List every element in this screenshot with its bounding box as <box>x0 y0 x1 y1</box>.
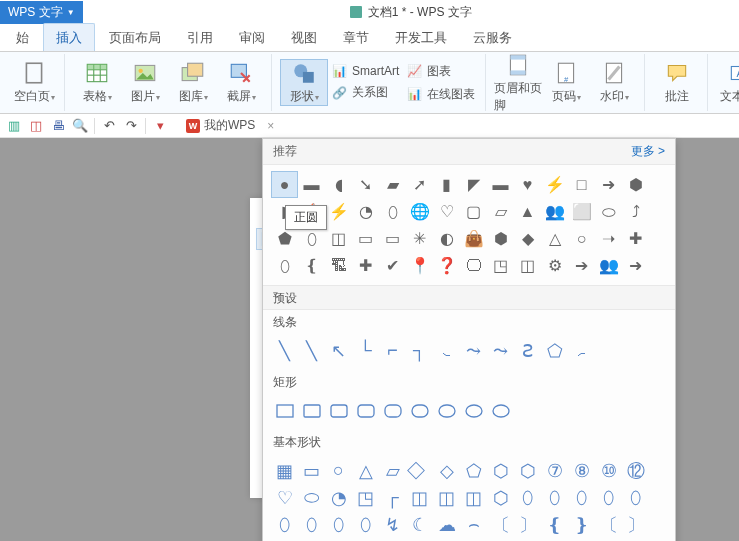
basic-shape[interactable]: △ <box>352 457 379 484</box>
reco-shape[interactable]: ▲ <box>514 198 541 225</box>
basic-shape[interactable]: ⬯ <box>325 511 352 538</box>
reco-shape[interactable]: □ <box>568 171 595 198</box>
rect-shape[interactable] <box>460 397 487 424</box>
reco-shape[interactable]: ✔ <box>379 252 406 279</box>
comment-button[interactable]: 批注 <box>653 60 701 105</box>
reco-shape[interactable]: ➘ <box>352 171 379 198</box>
table-button[interactable]: 表格▾ <box>73 60 121 105</box>
reco-shape[interactable]: ❴ <box>298 252 325 279</box>
line-shape[interactable]: ╲ <box>271 337 298 364</box>
rect-shape[interactable] <box>325 397 352 424</box>
basic-shape[interactable]: ⑫ <box>622 457 649 484</box>
basic-shape[interactable]: 〔 <box>487 511 514 538</box>
chart-button[interactable]: 📈图表 <box>403 61 479 82</box>
basic-shape[interactable]: ⬡ <box>487 484 514 511</box>
basic-shape[interactable]: ◳ <box>352 484 379 511</box>
reco-shape[interactable]: △ <box>541 225 568 252</box>
reco-shape[interactable]: ⤴ <box>622 198 649 225</box>
tab-start[interactable]: 始 <box>4 24 41 51</box>
reco-shape[interactable]: ⬢ <box>487 225 514 252</box>
reco-shape[interactable]: ▢ <box>460 198 487 225</box>
basic-shape[interactable]: ❴ <box>541 511 568 538</box>
reco-shape[interactable]: ◐ <box>433 225 460 252</box>
line-shape[interactable]: ⦧ <box>568 337 595 364</box>
reco-shape[interactable]: ▰ <box>379 171 406 198</box>
rect-shape[interactable] <box>433 397 460 424</box>
rect-shape[interactable] <box>298 397 325 424</box>
reco-shape[interactable]: ❓ <box>433 252 460 279</box>
reco-shape[interactable]: ⬢ <box>622 171 649 198</box>
line-shape[interactable]: ↖ <box>325 337 352 364</box>
line-shape[interactable]: ⌐ <box>379 337 406 364</box>
reco-shape[interactable]: ✚ <box>622 225 649 252</box>
reco-shape[interactable]: ⬜ <box>568 198 595 225</box>
tab-review[interactable]: 审阅 <box>227 24 277 51</box>
line-shape[interactable]: ╲ <box>298 337 325 364</box>
reco-shape[interactable]: ♡ <box>433 198 460 225</box>
qat-print-icon[interactable]: 🖶 <box>50 118 66 134</box>
basic-shape[interactable]: ☁ <box>433 511 460 538</box>
reco-shape[interactable]: ➝ <box>595 225 622 252</box>
reco-shape[interactable]: ▬ <box>487 171 514 198</box>
reco-shape[interactable]: ▮ <box>433 171 460 198</box>
basic-shape[interactable]: 〕 <box>514 511 541 538</box>
gallery-button[interactable]: 图库▾ <box>169 60 217 105</box>
basic-shape[interactable]: ⬯ <box>514 484 541 511</box>
rect-shape[interactable] <box>379 397 406 424</box>
basic-shape[interactable]: ◇ <box>433 457 460 484</box>
page-number-button[interactable]: # 页码▾ <box>542 60 590 105</box>
picture-button[interactable]: 图片▾ <box>121 60 169 105</box>
qat-preview-icon[interactable]: 🔍 <box>72 118 88 134</box>
reco-shape[interactable]: ⚙ <box>541 252 568 279</box>
basic-shape[interactable]: ◫ <box>433 484 460 511</box>
reco-shape[interactable]: ⚡ <box>541 171 568 198</box>
blank-page-button[interactable]: 空白页▾ <box>10 60 58 105</box>
rect-shape[interactable] <box>406 397 433 424</box>
basic-shape[interactable]: ⬯ <box>541 484 568 511</box>
my-wps-tab[interactable]: W 我的WPS × <box>178 115 282 136</box>
basic-shape[interactable]: ⬡ <box>514 457 541 484</box>
reco-shape[interactable]: 🏗 <box>325 252 352 279</box>
smartart-button[interactable]: 📊SmartArt <box>328 62 403 80</box>
basic-shape[interactable]: ♡ <box>271 484 298 511</box>
shape-button[interactable]: 形状▾ <box>280 59 328 106</box>
screenshot-button[interactable]: 截屏▾ <box>217 60 265 105</box>
tab-cloud[interactable]: 云服务 <box>461 24 524 51</box>
basic-shape[interactable]: 〔 <box>595 511 622 538</box>
reco-shape[interactable]: ● <box>271 171 298 198</box>
reco-shape[interactable]: ○ <box>568 225 595 252</box>
basic-shape[interactable]: ⬯ <box>298 511 325 538</box>
reco-shape[interactable]: ▱ <box>487 198 514 225</box>
rect-shape[interactable] <box>487 397 514 424</box>
rect-shape[interactable] <box>352 397 379 424</box>
basic-shape[interactable]: ⬭ <box>298 484 325 511</box>
app-name[interactable]: WPS 文字▼ <box>0 1 83 24</box>
basic-shape[interactable]: ⌢ <box>460 511 487 538</box>
reco-shape[interactable]: 🖵 <box>460 252 487 279</box>
reco-shape[interactable]: ➚ <box>406 171 433 198</box>
basic-shape[interactable]: ☾ <box>406 511 433 538</box>
line-shape[interactable]: ⤳ <box>460 337 487 364</box>
reco-shape[interactable]: ◖ <box>325 171 352 198</box>
reco-shape[interactable]: ◫ <box>325 225 352 252</box>
basic-shape[interactable]: ⬯ <box>622 484 649 511</box>
reco-shape[interactable]: ✳ <box>406 225 433 252</box>
basic-shape[interactable]: ◫ <box>406 484 433 511</box>
reco-shape[interactable]: 👜 <box>460 225 487 252</box>
rect-shape[interactable] <box>271 397 298 424</box>
textbox-button[interactable]: A 文本框▾ <box>716 60 739 105</box>
reco-shape[interactable]: ◤ <box>460 171 487 198</box>
reco-shape[interactable]: ◫ <box>514 252 541 279</box>
basic-shape[interactable]: ┌ <box>379 484 406 511</box>
basic-shape[interactable]: ↯ <box>379 511 406 538</box>
basic-shape[interactable]: 〕 <box>622 511 649 538</box>
watermark-button[interactable]: 水印▾ <box>590 60 638 105</box>
reco-shape[interactable]: 👥 <box>595 252 622 279</box>
basic-shape[interactable]: ❵ <box>568 511 595 538</box>
tab-section[interactable]: 章节 <box>331 24 381 51</box>
basic-shape[interactable]: ⬡ <box>487 457 514 484</box>
reco-shape[interactable]: ◔ <box>352 198 379 225</box>
tab-view[interactable]: 视图 <box>279 24 329 51</box>
line-shape[interactable]: ⬠ <box>541 337 568 364</box>
header-footer-button[interactable]: 页眉和页脚 <box>494 52 542 114</box>
